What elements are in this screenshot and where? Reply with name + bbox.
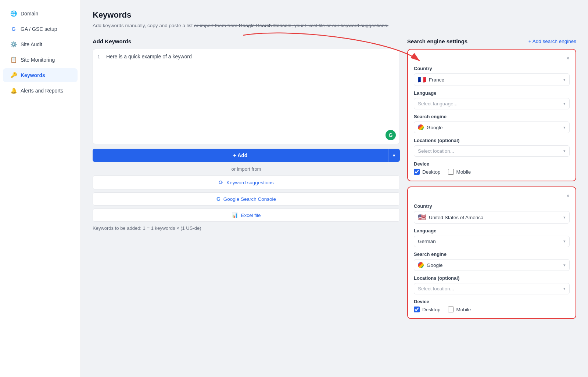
locations-chevron-2: ▾ [563,286,566,291]
mobile-checkbox-1[interactable] [448,169,454,175]
ga-icon: G [10,26,17,32]
close-card-usa-button[interactable]: × [566,193,570,199]
search-engine-text-2: Google [427,262,560,268]
sidebar-item-site-audit[interactable]: ⚙️ Site Audit [3,37,78,51]
france-flag: 🇫🇷 [418,76,426,83]
search-engine-text-1: Google [427,125,560,130]
country-label-1: Country [414,66,570,71]
locations-select-1[interactable]: Select location... ▾ [414,145,570,157]
desktop-checkbox-2[interactable] [414,307,420,312]
settings-header: Search engine settings + Add search engi… [407,38,576,44]
import-excel-label: Excel file [241,213,261,218]
language-placeholder-1: Select language... [418,101,560,106]
desktop-checkbox-label-1[interactable]: Desktop [414,169,441,175]
sidebar-item-ga-gsc[interactable]: G GA / GSC setup [3,22,78,36]
language-select-2[interactable]: German ▾ [414,236,570,247]
sidebar-item-alerts-reports[interactable]: 🔔 Alerts and Reports [3,84,78,98]
page-subtitle: Add keywords manually, copy and paste a … [93,22,576,29]
add-button-chevron[interactable]: ▾ [388,149,400,162]
search-engine-select-2[interactable]: Google ▾ [414,259,570,271]
device-label-2: Device [414,299,570,304]
sidebar-item-domain[interactable]: 🌐 Domain [3,7,78,21]
site-monitoring-icon: 📋 [10,57,17,63]
sidebar-item-label: Keywords [21,72,45,78]
language-label-1: Language [414,90,570,96]
locations-label-2: Locations (optional) [414,275,570,281]
mobile-checkbox-2[interactable] [448,307,454,312]
locations-chevron-1: ▾ [563,149,566,153]
country-select-usa[interactable]: 🇺🇸 United States of America ▾ [414,211,570,224]
import-excel-button[interactable]: 📊 Excel file [93,209,400,222]
add-button[interactable]: + Add [93,149,388,162]
sidebar-item-label: Site Monitoring [21,57,55,63]
add-button-row: + Add ▾ [93,149,400,162]
import-gsc-label: Google Search Console [223,196,276,202]
device-row-1: Desktop Mobile [414,169,570,175]
usa-flag: 🇺🇸 [418,214,426,221]
close-card-france-button[interactable]: × [566,55,570,61]
domain-icon: 🌐 [10,10,17,17]
main-content: Keywords Add keywords manually, copy and… [81,0,588,377]
keywords-summary: Keywords to be added: 1 = 1 keywords × (… [93,225,400,231]
sidebar-item-keywords[interactable]: 🔑 Keywords [3,68,78,82]
add-search-engines-button[interactable]: + Add search engines [528,39,576,44]
usa-country-text: United States of America [429,215,560,220]
add-keywords-label: Add Keywords [93,38,400,44]
search-engine-chevron-2: ▾ [563,263,566,268]
mobile-checkbox-label-2[interactable]: Mobile [448,307,471,312]
alerts-icon: 🔔 [10,87,17,94]
search-engine-select-1[interactable]: Google ▾ [414,122,570,133]
engine-card-usa: × Country 🇺🇸 United States of America ▾ … [407,186,576,319]
sidebar-item-label: Domain [21,11,38,17]
desktop-label-2: Desktop [422,307,441,312]
language-chevron-icon-1: ▾ [563,101,566,106]
keywords-icon: 🔑 [10,72,17,79]
engine-card-france: × Country 🇫🇷 France ▾ Language Select la… [407,49,576,181]
keyword-line: 1 Here is a quick example of a keyword [97,54,395,59]
content-area: Add Keywords 1 Here is a quick example o… [93,38,576,319]
import-keyword-suggestions-button[interactable]: ⟳ Keyword suggestions [93,175,400,189]
france-country-text: France [429,77,560,83]
mobile-checkbox-label-1[interactable]: Mobile [448,169,471,175]
desktop-label-1: Desktop [422,169,441,175]
language-label-2: Language [414,228,570,233]
search-engine-chevron-1: ▾ [563,125,566,130]
page-title: Keywords [93,10,576,20]
language-chevron-icon-2: ▾ [563,239,566,244]
search-engine-label-1: Search engine [414,114,570,119]
settings-title: Search engine settings [407,38,467,44]
subtitle-strikethrough: or import them from Google Search Consol… [194,23,388,28]
google-icon: G [216,196,220,202]
mobile-label-1: Mobile [456,169,471,175]
locations-select-2[interactable]: Select location... ▾ [414,283,570,294]
country-label-2: Country [414,203,570,209]
import-keyword-suggestions-label: Keyword suggestions [226,180,273,185]
keyword-text: Here is a quick example of a keyword [106,54,192,59]
locations-placeholder-1: Select location... [418,148,560,154]
language-select-1[interactable]: Select language... ▾ [414,98,570,109]
locations-placeholder-2: Select location... [418,286,560,291]
keyword-textarea[interactable]: 1 Here is a quick example of a keyword G [93,49,400,144]
locations-label-1: Locations (optional) [414,138,570,143]
excel-icon: 📊 [232,212,238,218]
desktop-checkbox-label-2[interactable]: Desktop [414,307,441,312]
sidebar-item-label: Site Audit [21,41,42,47]
sidebar-item-site-monitoring[interactable]: 📋 Site Monitoring [3,53,78,67]
keyword-number: 1 [97,54,103,59]
google-logo-icon-2 [418,262,424,268]
country-select-france[interactable]: 🇫🇷 France ▾ [414,73,570,86]
country-chevron-icon: ▾ [563,77,566,82]
left-panel: Add Keywords 1 Here is a quick example o… [93,38,400,231]
language-text-2: German [418,239,560,244]
desktop-checkbox-1[interactable] [414,169,420,175]
import-google-search-console-button[interactable]: G Google Search Console [93,192,400,206]
right-panel: Search engine settings + Add search engi… [407,38,576,319]
mobile-label-2: Mobile [456,307,471,312]
sidebar-item-label: GA / GSC setup [21,26,57,32]
site-audit-icon: ⚙️ [10,41,17,48]
sidebar-item-label: Alerts and Reports [21,88,63,94]
device-row-2: Desktop Mobile [414,307,570,312]
google-logo-icon-1 [418,124,424,130]
country-chevron-icon-2: ▾ [563,215,566,220]
search-engine-label-2: Search engine [414,251,570,257]
